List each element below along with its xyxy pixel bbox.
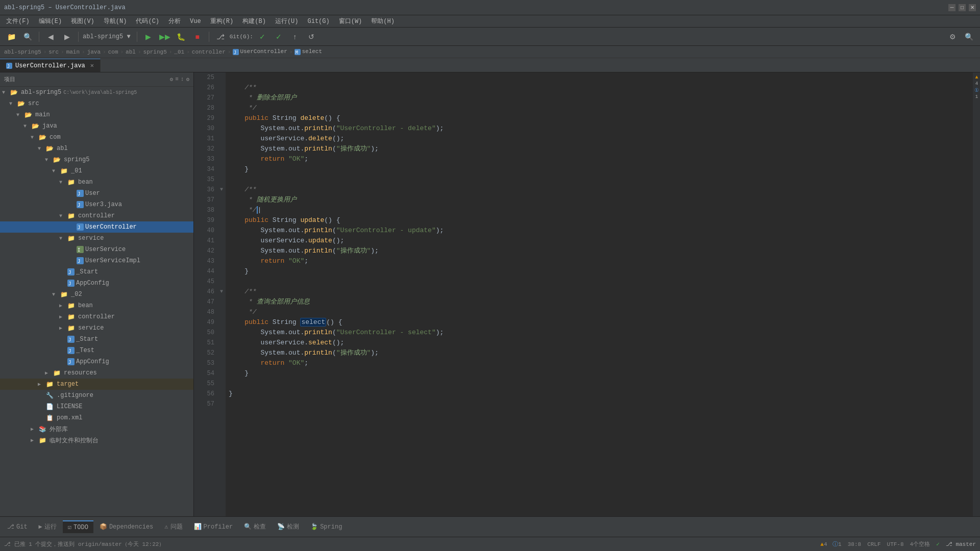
- bottom-tab-dep[interactable]: 📦 Dependencies: [94, 521, 158, 533]
- tree-item-test[interactable]: J _Test: [0, 345, 193, 356]
- tree-item-com[interactable]: ▼ 📂 com: [0, 132, 193, 143]
- tree-item-bean[interactable]: ▼ 📁 bean: [0, 177, 193, 188]
- bottom-tab-run[interactable]: ▶ 运行: [34, 520, 62, 533]
- tree-item-abl-spring5[interactable]: ▼ 📂 abl-spring5 C:\work\java\abl-spring5: [0, 87, 193, 98]
- breadcrumb-select[interactable]: Mselect: [295, 48, 322, 55]
- maximize-button[interactable]: □: [959, 4, 966, 11]
- tree-item-java[interactable]: ▼ 📂 java: [0, 120, 193, 132]
- tree-item-02[interactable]: ▼ 📁 _02: [0, 289, 193, 300]
- menu-window[interactable]: 窗口(W): [335, 16, 366, 27]
- tree-item-user[interactable]: J User: [0, 188, 193, 199]
- tree-item-userserviceimpl[interactable]: J UserServiceImpl: [0, 255, 193, 266]
- toolbar-debug-btn[interactable]: 🐛: [174, 30, 188, 44]
- toolbar-settings-btn[interactable]: ⚙: [945, 30, 960, 44]
- breadcrumb-part[interactable]: controller: [192, 49, 226, 55]
- toolbar-forward-btn[interactable]: ▶: [60, 30, 74, 44]
- toolbar-check2-btn[interactable]: ✓: [272, 30, 286, 44]
- tree-item-bean2[interactable]: ▶ 📁 bean: [0, 300, 193, 311]
- tree-item-resources[interactable]: ▶ 📁 resources: [0, 367, 193, 379]
- menu-vue[interactable]: Vue: [186, 17, 205, 26]
- tree-item-pom[interactable]: 📋 pom.xml: [0, 412, 193, 423]
- tab-usercontroller[interactable]: J UserController.java ✕: [0, 59, 101, 72]
- menu-edit[interactable]: 编辑(E): [35, 16, 66, 27]
- tree-item-start2[interactable]: J _Start: [0, 334, 193, 345]
- tree-item-controller2[interactable]: ▶ 📁 controller: [0, 311, 193, 322]
- toolbar-refresh-btn[interactable]: ↺: [304, 30, 318, 44]
- breadcrumb-usercontroller[interactable]: JUserController: [233, 48, 287, 55]
- tree-item-spring5[interactable]: ▼ 📂 spring5: [0, 154, 193, 165]
- license-icon: 📄: [46, 403, 55, 411]
- tree-item-src[interactable]: ▼ 📂 src: [0, 98, 193, 109]
- fold-36[interactable]: ▼: [217, 185, 226, 195]
- menu-build[interactable]: 构建(B): [238, 16, 270, 27]
- menu-code[interactable]: 代码(C): [132, 16, 163, 27]
- menu-run[interactable]: 运行(U): [271, 16, 303, 27]
- breadcrumb-part[interactable]: _01: [174, 49, 184, 55]
- toolbar-sep3: [137, 32, 137, 42]
- menu-file[interactable]: 文件(F): [2, 16, 34, 27]
- toolbar-run-btn[interactable]: ▶▶: [158, 30, 172, 44]
- tree-item-usercontroller[interactable]: J UserController: [0, 221, 193, 233]
- bottom-tab-profiler[interactable]: 📊 Profiler: [189, 521, 238, 533]
- toolbar-back-btn[interactable]: ◀: [43, 30, 58, 44]
- tree-item-license[interactable]: 📄 LICENSE: [0, 401, 193, 412]
- sidebar-gear2-icon[interactable]: ⚙: [186, 76, 189, 83]
- tree-item-service[interactable]: ▼ 📁 service: [0, 233, 193, 244]
- menu-analyze[interactable]: 分析: [164, 16, 185, 27]
- tree-label: UserServiceImpl: [85, 257, 140, 264]
- breadcrumb-part[interactable]: abl-spring5: [4, 49, 41, 55]
- tab-close-icon[interactable]: ✕: [90, 62, 94, 69]
- sidebar-list-icon[interactable]: ≡: [175, 76, 179, 83]
- tree-item-main[interactable]: ▼ 📂 main: [0, 109, 193, 120]
- breadcrumb-part[interactable]: java: [87, 49, 101, 55]
- tree-item-external[interactable]: ▶ 📚 外部库: [0, 423, 193, 435]
- tree-item-01[interactable]: ▼ 📁 _01: [0, 165, 193, 177]
- bottom-tab-problems[interactable]: ⚠ 问题: [159, 520, 187, 533]
- sidebar-sort-icon[interactable]: ↕: [181, 76, 184, 83]
- tree-label: UserService: [85, 246, 126, 253]
- breadcrumb-part[interactable]: com: [108, 49, 118, 55]
- code-content[interactable]: /** * 删除全部用户 */ public String delete() {…: [226, 72, 973, 516]
- menu-view[interactable]: 视图(V): [67, 16, 99, 27]
- toolbar-build-btn[interactable]: ▶: [141, 30, 156, 44]
- sidebar-settings-icon[interactable]: ⚙: [170, 76, 174, 83]
- tree-item-start[interactable]: J _Start: [0, 266, 193, 278]
- tree-item-controller[interactable]: ▼ 📁 controller: [0, 210, 193, 221]
- toolbar-search2-btn[interactable]: 🔍: [962, 30, 976, 44]
- menu-help[interactable]: 帮助(H): [367, 16, 399, 27]
- close-button[interactable]: ✕: [969, 4, 976, 11]
- bottom-tab-detect[interactable]: 📡 检测: [272, 520, 304, 533]
- tree-item-gitignore[interactable]: 🔧 .gitignore: [0, 390, 193, 401]
- bottom-tab-check[interactable]: 🔍 检查: [239, 520, 271, 533]
- breadcrumb-part[interactable]: main: [66, 49, 80, 55]
- folder-src-icon: 📂: [17, 100, 27, 108]
- bottom-tab-spring[interactable]: 🍃 Spring: [305, 521, 347, 533]
- menu-nav[interactable]: 导航(N): [100, 16, 131, 27]
- bottom-tab-todo[interactable]: ☑ TODO: [63, 520, 93, 533]
- tree-item-appconfig[interactable]: J AppConfig: [0, 278, 193, 289]
- tree-item-userservice[interactable]: I UserService: [0, 244, 193, 255]
- toolbar-project-btn[interactable]: 📁: [4, 30, 18, 44]
- folder-java-icon: 📂: [32, 122, 41, 130]
- menu-refactor[interactable]: 重构(R): [206, 16, 238, 27]
- tree-item-appconfig2[interactable]: J AppConfig: [0, 356, 193, 367]
- tree-item-service2[interactable]: ▶ 📁 service: [0, 322, 193, 334]
- tree-item-temp[interactable]: ▶ 📁 临时文件和控制台: [0, 435, 193, 446]
- toolbar-stop-btn[interactable]: ■: [190, 30, 205, 44]
- right-scrollbar[interactable]: ▲ 4 ① 1: [973, 72, 980, 516]
- tree-item-abl[interactable]: ▼ 📂 abl: [0, 143, 193, 154]
- tree-item-target[interactable]: ▶ 📁 target: [0, 379, 193, 390]
- fold-46[interactable]: ▼: [217, 287, 226, 297]
- menu-git[interactable]: Git(G): [303, 17, 333, 26]
- breadcrumb-part[interactable]: src: [48, 49, 59, 55]
- toolbar-check-btn[interactable]: ✓: [255, 30, 270, 44]
- bottom-tab-git[interactable]: ⎇ Git: [2, 521, 33, 533]
- warning-count: 4: [975, 81, 978, 86]
- breadcrumb-part[interactable]: spring5: [143, 49, 167, 55]
- tree-item-user3[interactable]: J User3.java: [0, 199, 193, 210]
- toolbar-up-btn[interactable]: ↑: [288, 30, 302, 44]
- minimize-button[interactable]: ─: [948, 4, 955, 11]
- breadcrumb-part[interactable]: abl: [126, 49, 136, 55]
- toolbar-search-btn[interactable]: 🔍: [20, 30, 35, 44]
- toolbar-git-btn[interactable]: ⎇: [213, 30, 228, 44]
